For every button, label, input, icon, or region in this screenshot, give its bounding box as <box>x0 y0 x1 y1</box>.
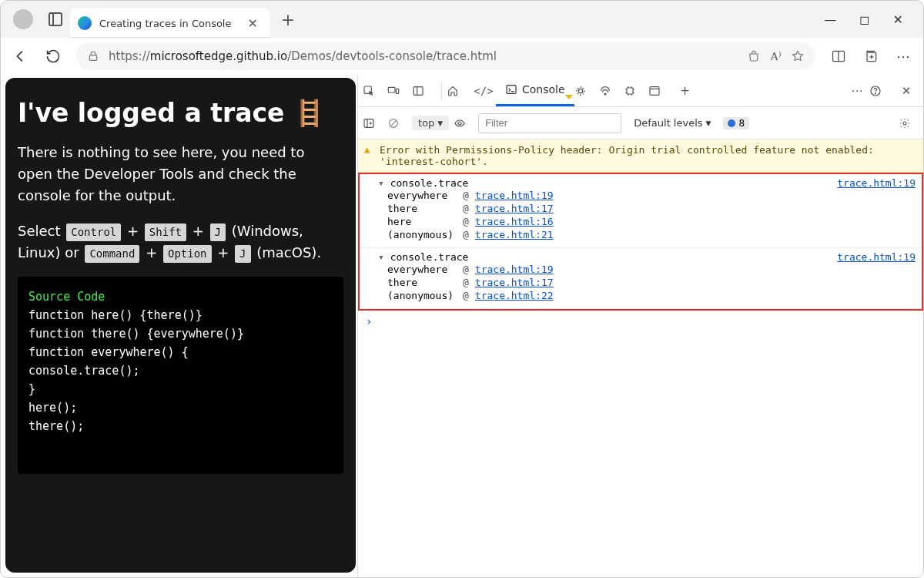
kbd-control: Control <box>66 223 121 242</box>
frame-location-link[interactable]: trace.html:22 <box>475 290 554 301</box>
svg-rect-5 <box>388 87 395 92</box>
log-levels-selector[interactable]: Default levels▼ <box>626 117 718 129</box>
trace-highlight-box: console.tracetrace.html:19everywhere@tra… <box>358 173 923 311</box>
trace-title[interactable]: console.trace <box>378 251 468 263</box>
read-aloud-icon[interactable]: A⁾ <box>770 49 782 63</box>
collections-icon[interactable] <box>862 47 880 66</box>
maximize-button[interactable]: ◻ <box>859 12 869 27</box>
trace-source-link[interactable]: trace.html:19 <box>837 251 916 263</box>
clear-console-icon[interactable] <box>387 117 407 129</box>
live-expression-icon[interactable] <box>454 117 474 129</box>
toggle-sidebar-icon[interactable] <box>363 117 383 129</box>
close-button[interactable]: ✕ <box>893 12 903 27</box>
sources-tab-icon[interactable] <box>574 85 599 97</box>
svg-line-20 <box>391 120 397 126</box>
trace-title[interactable]: console.trace <box>378 177 468 189</box>
code-line: console.trace(); <box>28 361 333 380</box>
context-selector[interactable]: top▼ <box>412 116 449 130</box>
stack-frame: here@trace.html:16 <box>378 215 916 228</box>
svg-rect-12 <box>627 88 633 94</box>
console-icon <box>505 83 517 96</box>
svg-point-21 <box>458 122 461 125</box>
code-line: function everywhere() { <box>28 343 333 361</box>
shopping-icon[interactable] <box>747 49 761 63</box>
frame-function: everywhere <box>387 190 457 201</box>
browser-tab[interactable]: Creating traces in Console ✕ <box>70 8 270 38</box>
devtools-more-icon[interactable]: ⋯ <box>845 84 869 98</box>
frame-function: there <box>387 277 457 288</box>
console-settings-icon[interactable] <box>899 117 919 129</box>
trace-group: console.tracetrace.html:19everywhere@tra… <box>360 248 922 309</box>
edge-favicon-icon <box>78 16 92 30</box>
split-screen-icon[interactable] <box>829 47 848 66</box>
svg-point-11 <box>604 93 606 95</box>
address-bar[interactable]: https://microsoftedge.github.io/Demos/de… <box>76 42 815 70</box>
webpage-content: I've logged a trace 🪜 There is nothing t… <box>5 78 356 573</box>
console-filter-input[interactable] <box>478 113 621 133</box>
devtools-close-icon[interactable]: ✕ <box>894 84 919 98</box>
more-tabs-button[interactable]: + <box>673 84 698 98</box>
svg-point-10 <box>578 89 582 92</box>
source-code-box: Source Code function here() {there()}fun… <box>18 277 343 474</box>
new-tab-button[interactable]: + <box>276 10 300 29</box>
device-toolbar-icon[interactable] <box>387 85 412 97</box>
console-warning: Error with Permissions-Policy header: Or… <box>358 139 923 173</box>
address-bar-row: https://microsoftedge.github.io/Demos/de… <box>1 38 923 75</box>
minimize-button[interactable]: — <box>824 12 836 27</box>
frame-function: (anonymous) <box>387 290 457 301</box>
stack-frame: everywhere@trace.html:19 <box>378 189 916 202</box>
code-label: Source Code <box>28 287 333 306</box>
stack-frame: (anonymous)@trace.html:21 <box>378 228 916 241</box>
workspaces-icon[interactable] <box>49 12 62 26</box>
refresh-button[interactable] <box>44 47 62 66</box>
frame-location-link[interactable]: trace.html:16 <box>475 216 554 227</box>
lock-icon <box>87 50 99 62</box>
devtools-tab-row: </> Console + ⋯ ✕ <box>358 75 923 107</box>
menu-button[interactable]: ⋯ <box>894 47 912 66</box>
console-prompt[interactable]: › <box>358 311 923 332</box>
stack-frame: there@trace.html:17 <box>378 276 916 289</box>
stack-frame: (anonymous)@trace.html:22 <box>378 289 916 302</box>
console-tab[interactable]: Console <box>496 75 574 106</box>
devtools-panel: </> Console + ⋯ ✕ top▼ D <box>357 75 923 577</box>
code-line: } <box>28 380 333 398</box>
tab-title: Creating traces in Console <box>99 18 245 29</box>
kbd-j2: J <box>235 245 250 264</box>
frame-function: (anonymous) <box>387 229 457 240</box>
kbd-command: Command <box>85 245 139 264</box>
kbd-j: J <box>210 223 226 242</box>
dock-side-icon[interactable] <box>412 85 437 97</box>
trace-source-link[interactable]: trace.html:19 <box>837 177 916 189</box>
performance-tab-icon[interactable] <box>624 85 648 97</box>
frame-function: everywhere <box>387 264 457 275</box>
network-tab-icon[interactable] <box>599 85 624 97</box>
issue-dot-icon <box>728 119 735 127</box>
help-icon[interactable] <box>869 85 894 97</box>
back-button[interactable] <box>12 47 30 66</box>
tab-close-icon[interactable]: ✕ <box>245 16 261 31</box>
favorite-icon[interactable] <box>791 49 805 63</box>
kbd-shift: Shift <box>145 223 186 242</box>
frame-location-link[interactable]: trace.html:19 <box>475 190 554 201</box>
code-line: function here() {there()} <box>28 306 333 324</box>
frame-location-link[interactable]: trace.html:19 <box>475 264 554 275</box>
frame-location-link[interactable]: trace.html:17 <box>475 203 554 214</box>
console-toolbar: top▼ Default levels▼ 8 <box>358 107 923 139</box>
elements-tab-icon[interactable]: </> <box>471 85 496 97</box>
svg-point-22 <box>903 122 906 125</box>
application-tab-icon[interactable] <box>648 85 673 97</box>
profile-avatar[interactable] <box>13 9 33 29</box>
frame-location-link[interactable]: trace.html:17 <box>475 277 554 288</box>
welcome-tab-icon[interactable] <box>447 85 471 97</box>
inspect-element-icon[interactable] <box>363 85 387 97</box>
stack-frame: everywhere@trace.html:19 <box>378 263 916 276</box>
page-title: I've logged a trace 🪜 <box>18 98 343 128</box>
svg-rect-6 <box>396 89 398 93</box>
issues-badge[interactable]: 8 <box>723 117 749 129</box>
code-line: function there() {everywhere()} <box>28 324 333 343</box>
frame-location-link[interactable]: trace.html:21 <box>475 229 554 240</box>
code-line: there(); <box>28 417 333 435</box>
ladder-icon: 🪜 <box>293 98 325 128</box>
svg-rect-7 <box>413 86 423 95</box>
trace-group: console.tracetrace.html:19everywhere@tra… <box>360 174 922 248</box>
